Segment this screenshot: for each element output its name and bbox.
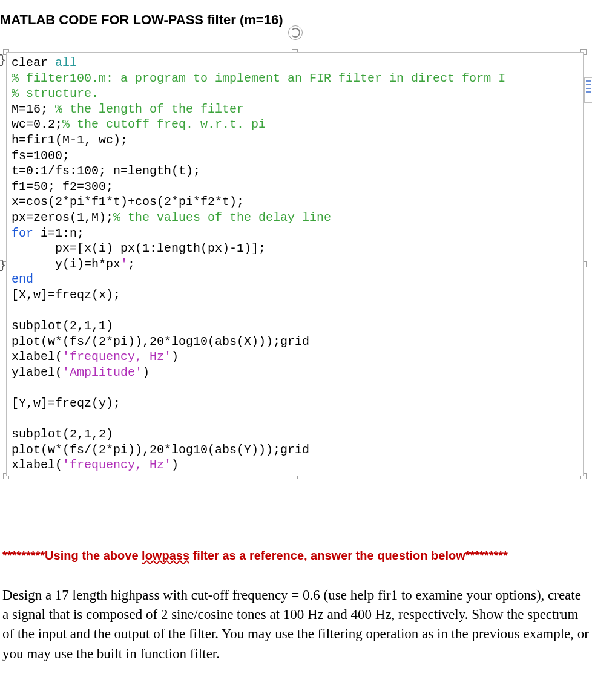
code-comment: % structure. bbox=[12, 87, 99, 100]
frame-bracket-left-mid: } bbox=[0, 258, 6, 272]
code-line: M=16; bbox=[12, 102, 55, 116]
code-token: ' bbox=[120, 257, 128, 271]
asterisks-right: ********* bbox=[465, 549, 508, 562]
code-frame[interactable]: } } clear all % filter100.m: a program t… bbox=[6, 52, 584, 476]
code-content: clear all % filter100.m: a program to im… bbox=[6, 52, 584, 476]
code-line: t=0:1/fs:100; n=length(t); bbox=[12, 164, 200, 178]
frame-bracket-left-top: } bbox=[0, 53, 6, 67]
code-line: ) bbox=[142, 365, 150, 379]
ref-text-a: Using the above bbox=[45, 549, 142, 562]
reference-instruction: *********Using the above lowpass filter … bbox=[2, 549, 590, 563]
code-keyword: end bbox=[12, 272, 33, 286]
code-line: y(i)=h*px bbox=[12, 257, 120, 271]
code-line: wc=0.2; bbox=[12, 117, 62, 131]
rotate-handle-icon[interactable] bbox=[288, 25, 303, 40]
code-comment: % the length of the filter bbox=[55, 102, 244, 116]
code-line: plot(w*(fs/(2*pi)),20*log10(abs(Y)));gri… bbox=[12, 443, 309, 457]
asterisks-left: ********* bbox=[2, 549, 45, 562]
code-keyword: for bbox=[12, 226, 41, 240]
code-line: f1=50; f2=300; bbox=[12, 180, 113, 194]
code-token: all bbox=[55, 56, 77, 70]
code-line: ) bbox=[171, 350, 179, 364]
code-line: x=cos(2*pi*f1*t)+cos(2*pi*f2*t); bbox=[12, 195, 244, 209]
code-line: subplot(2,1,1) bbox=[12, 319, 113, 333]
code-line: ) bbox=[171, 458, 179, 472]
code-comment: % the cutoff freq. w.r.t. pi bbox=[62, 117, 266, 131]
code-comment: % the values of the delay line bbox=[113, 211, 331, 224]
code-line: i=1:n; bbox=[41, 226, 84, 240]
side-tab[interactable] bbox=[584, 77, 592, 103]
code-line: h=fir1(M-1, wc); bbox=[12, 133, 128, 147]
code-line: [Y,w]=freqz(y); bbox=[12, 396, 120, 410]
code-line: px=[x(i) px(1:length(px)-1)]; bbox=[12, 241, 266, 255]
code-line: subplot(2,1,2) bbox=[12, 427, 113, 441]
code-string: 'frequency, Hz' bbox=[62, 458, 171, 472]
ref-text-underlined: lowpass bbox=[142, 549, 189, 562]
code-line: ylabel( bbox=[12, 365, 62, 379]
question-text: Design a 17 length highpass with cut-off… bbox=[2, 586, 590, 664]
code-line: xlabel( bbox=[12, 350, 62, 364]
ref-text-c: filter as a reference, answer the questi… bbox=[189, 549, 465, 562]
code-string: 'frequency, Hz' bbox=[62, 350, 171, 364]
code-comment: % filter100.m: a program to implement an… bbox=[12, 71, 505, 85]
code-line: fs=1000; bbox=[12, 149, 70, 163]
code-line: clear bbox=[12, 56, 55, 70]
code-line: px=zeros(1,M); bbox=[12, 211, 113, 224]
code-line: [X,w]=freqz(x); bbox=[12, 288, 120, 302]
code-line: xlabel( bbox=[12, 458, 62, 472]
code-string: 'Amplitude' bbox=[62, 365, 142, 379]
code-line: plot(w*(fs/(2*pi)),20*log10(abs(X)));gri… bbox=[12, 335, 309, 348]
rotate-stem bbox=[295, 39, 295, 49]
code-line: ; bbox=[128, 257, 135, 271]
